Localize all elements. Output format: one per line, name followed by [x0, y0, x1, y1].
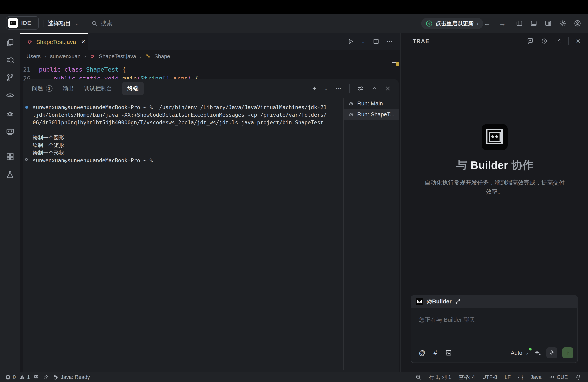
chat-placeholder: 您正在与 Builder 聊天 [419, 316, 475, 324]
panel-resizer[interactable] [400, 33, 401, 372]
project-picker-label: 选择项目 [48, 20, 71, 27]
app-logo-button[interactable]: IDE [6, 16, 39, 30]
tab-output[interactable]: 输出 [63, 85, 74, 92]
nav-back-button[interactable]: ← [484, 19, 491, 27]
debug-icon[interactable] [6, 110, 14, 119]
titlebar-divider [514, 20, 514, 27]
search-files-icon[interactable] [6, 56, 14, 64]
breadcrumb[interactable]: Users › sunwenxuan › ShapeTest.java › Sh… [26, 51, 170, 62]
titlebar-divider [43, 20, 44, 27]
terminal-settings-icon[interactable] [357, 85, 364, 92]
new-terminal-button[interactable]: + [313, 85, 316, 93]
editor-tab-strip: ShapeTest.java ✕ ⌄ ••• [20, 33, 400, 50]
enhance-sparkle-icon[interactable] [534, 349, 541, 357]
cue-status[interactable]: CUE [549, 374, 568, 380]
run-button[interactable] [347, 38, 354, 45]
tab-problems[interactable]: 问题 1 [32, 85, 53, 92]
settings-gear-icon[interactable] [559, 20, 566, 27]
more-actions-icon[interactable]: ••• [387, 39, 393, 44]
arrow-up-icon: ↑ [566, 349, 569, 357]
close-panel-icon[interactable]: ✕ [576, 38, 581, 44]
source-control-icon[interactable] [6, 74, 14, 82]
terminal-run-main[interactable]: Run: Main [344, 98, 399, 109]
ide-label: IDE [21, 20, 31, 26]
tab-close-icon[interactable]: ✕ [81, 39, 85, 45]
bottom-panel: 问题 1 输出 调试控制台 终端 + ⌄ ••• [23, 79, 399, 372]
maximize-panel-icon[interactable] [371, 85, 377, 91]
cursor-position[interactable]: 行 1, 列 1 [429, 374, 451, 381]
line-number: 21 [20, 66, 39, 73]
project-picker-dropdown[interactable]: 选择项目 ⌄ [48, 14, 79, 33]
terminal-more-icon[interactable]: ••• [336, 86, 341, 91]
toggle-left-sidebar-icon[interactable] [516, 20, 523, 27]
toggle-bottom-panel-icon[interactable] [530, 20, 537, 27]
terminal-line: 绘制一个矩形 [33, 141, 64, 149]
mention-button[interactable]: @ [419, 349, 425, 357]
debug-launch-icon[interactable] [43, 374, 49, 380]
eol-sequence[interactable]: LF [504, 374, 511, 380]
context-button[interactable]: # [434, 349, 437, 357]
terminal-line: 绘制一个形状 [33, 149, 64, 157]
voice-input-button[interactable] [546, 347, 557, 358]
problems-status[interactable]: 0 1 [5, 374, 30, 380]
terminal-output[interactable]: sunwenxuan@sunwenxuandeMacBook-Pro ~ % /… [23, 99, 342, 372]
search-icon [91, 20, 98, 26]
java-coffee-icon [53, 374, 59, 380]
account-icon[interactable] [574, 20, 581, 27]
new-chat-icon[interactable] [527, 38, 534, 44]
terminal-line: 06/4r30llpn0nq1byhnlht5djh40000gn/T/vsco… [33, 119, 324, 126]
builder-description: 自动化执行常规开发任务，端到端高效完成，提高交付 效率。 [419, 178, 570, 196]
activity-bar [0, 33, 20, 372]
builder-heading: 与Builder协作 [401, 158, 588, 173]
attach-image-button[interactable] [445, 350, 452, 356]
indentation[interactable]: 空格: 4 [459, 374, 475, 381]
breadcrumb-file[interactable]: ShapeTest.java [99, 53, 136, 60]
run-dropdown-chevron[interactable]: ⌄ [361, 39, 366, 44]
tab-debug-console[interactable]: 调试控制台 [84, 85, 112, 92]
builder-hero: 与Builder协作 自动化执行常规开发任务，端到端高效完成，提高交付 效率。 [401, 124, 588, 196]
java-file-icon [90, 54, 95, 59]
toggle-right-sidebar-icon[interactable] [545, 20, 551, 27]
breadcrumb-sunwenxuan[interactable]: sunwenxuan [50, 53, 81, 60]
breadcrumb-symbol[interactable]: Shape [154, 53, 170, 60]
chat-input-area[interactable]: 您正在与 Builder 聊天 @ # Auto ⌄ [411, 308, 578, 363]
code-line-21: 21 public class ShapeTest { [20, 65, 398, 74]
close-panel-icon[interactable] [385, 85, 391, 91]
split-editor-icon[interactable] [373, 38, 379, 44]
explorer-files-icon[interactable] [6, 39, 14, 47]
chevron-down-icon: ⌄ [74, 21, 79, 26]
chat-agent-header[interactable]: @Builder [411, 295, 578, 308]
nav-forward-button[interactable]: → [499, 19, 506, 27]
language-mode[interactable]: Java [530, 374, 542, 380]
extensions-icon[interactable] [6, 152, 14, 161]
tab-shapetest-java[interactable]: ShapeTest.java ✕ [20, 33, 88, 50]
model-selector[interactable]: Auto ⌄ [511, 350, 529, 356]
status-bar: 0 1 Java: Ready [0, 372, 588, 382]
terminal-line: 绘制一个圆形 [33, 134, 64, 141]
testing-flask-icon[interactable] [6, 170, 14, 179]
send-button[interactable]: ↑ [562, 347, 573, 358]
class-symbol-icon [146, 54, 150, 59]
encoding[interactable]: UTF-8 [482, 374, 497, 380]
command-idle-circle [25, 158, 28, 161]
bracket-pair-toggle[interactable]: { } [518, 374, 523, 380]
new-terminal-dropdown[interactable]: ⌄ [324, 86, 328, 91]
terminal-line: .jdk/Contents/Home/bin/java -XX:+ShowCod… [33, 111, 327, 119]
restart-update-button[interactable]: 点击重启以更新 › [421, 18, 483, 29]
global-search-input[interactable]: 搜索 [91, 14, 112, 33]
remote-terminal-icon[interactable] [6, 127, 14, 136]
open-in-window-icon[interactable] [555, 38, 561, 44]
tab-terminal[interactable]: 终端 [122, 82, 144, 95]
breadcrumb-users[interactable]: Users [26, 53, 41, 60]
zoom-in-icon[interactable] [415, 374, 421, 380]
ai-preview-eye-icon[interactable] [6, 91, 14, 100]
ports-panel-icon[interactable] [33, 374, 39, 380]
debug-run-icon [348, 111, 354, 117]
editor-region: ShapeTest.java ✕ ⌄ ••• Users › sunwenxua… [20, 33, 400, 372]
history-icon[interactable] [541, 38, 548, 44]
java-file-icon [27, 39, 33, 45]
java-status[interactable]: Java: Ready [53, 374, 90, 380]
model-label: Auto [511, 350, 523, 356]
notifications-bell-icon[interactable] [575, 374, 581, 380]
terminal-run-shapetest[interactable]: Run: ShapeT... [344, 109, 399, 120]
